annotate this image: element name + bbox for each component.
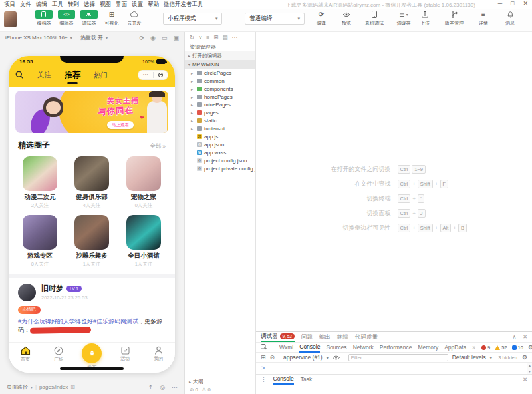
share-icon[interactable]: ↥ <box>148 384 154 391</box>
record-icon[interactable]: ◉ <box>150 35 156 41</box>
float-window-icon[interactable]: ▣ <box>173 35 179 41</box>
menu-item[interactable]: 选择 <box>84 1 95 9</box>
tree-item[interactable]: {} project.config.json <box>185 156 255 164</box>
more-icon[interactable]: ⋯ <box>172 384 178 391</box>
menu-item[interactable]: 转到 <box>68 1 79 9</box>
close-panel-icon[interactable]: ✕ <box>523 334 527 340</box>
compile-button[interactable]: ⟳ 编译 <box>311 10 331 27</box>
refresh-icon[interactable]: ↻ <box>190 34 194 41</box>
tree-item[interactable]: ▸ components <box>185 85 255 93</box>
tree-item[interactable]: {} app.json <box>185 140 255 148</box>
inspect-icon[interactable]: ◎ <box>160 384 165 391</box>
devtools-tab[interactable]: Console <box>299 342 320 353</box>
maximize-button[interactable]: □ <box>511 0 514 7</box>
screenshot-icon[interactable]: ▭ <box>162 35 168 41</box>
console-scrollbar[interactable]: ▲▼ <box>527 363 532 374</box>
messages-button[interactable]: 消息 <box>500 10 520 27</box>
tree-item[interactable]: JS app.js <box>185 132 255 140</box>
close-button[interactable]: ✕ <box>523 0 528 7</box>
menu-item[interactable]: 微信开发者工具 <box>164 1 203 9</box>
console-output[interactable]: > ▲▼ <box>256 363 532 374</box>
hot-reload-toggle[interactable]: 热重载 开 <box>80 34 103 41</box>
inspect-element-icon[interactable] <box>261 344 267 351</box>
collapse-icon[interactable]: ∨ <box>198 34 202 41</box>
user-avatar[interactable] <box>4 11 17 27</box>
error-count[interactable]: 9 <box>481 345 490 351</box>
tree-item[interactable]: ▸ circlePages <box>185 69 255 77</box>
circle-item[interactable]: 游戏专区 0人关注 <box>14 215 66 268</box>
warning-count[interactable]: 52 <box>495 345 507 351</box>
device-select[interactable]: iPhone XS Max 100% 16+ <box>5 35 68 41</box>
minimize-button[interactable]: ─ <box>498 0 502 7</box>
debugger-panel-tab[interactable]: 终端 <box>337 332 348 342</box>
path-mode-select[interactable]: 页面路径 <box>7 383 28 391</box>
more-icon[interactable]: ••• <box>143 73 148 77</box>
tabbar-profile[interactable]: 我的 <box>142 346 175 362</box>
more-icon[interactable]: ⋯ <box>231 34 237 41</box>
project-root[interactable]: ▾ MP-WEIXIN <box>185 60 255 69</box>
real-device-debug-button[interactable]: 真机调试 <box>362 10 387 27</box>
post-avatar[interactable] <box>18 284 36 301</box>
exit-target-icon[interactable] <box>158 73 163 77</box>
tree-item[interactable]: {} project.private.config.js… <box>185 164 255 172</box>
mood-topic-badge[interactable]: 心情吧 <box>18 306 41 314</box>
version-control-button[interactable]: 版本管理 <box>442 10 467 27</box>
menu-item[interactable]: 工具 <box>52 1 63 9</box>
menu-item[interactable]: 帮助 <box>148 1 159 9</box>
cloud-dev-button[interactable]: 云开发 <box>124 10 144 27</box>
panel-icon[interactable]: ▤ <box>222 34 227 41</box>
clear-cache-button[interactable]: ≣▾ 清缓存 <box>392 10 415 27</box>
tabbar-home[interactable]: 首页 <box>9 346 42 363</box>
tree-item[interactable]: ▸ pages <box>185 108 255 116</box>
problems-status[interactable]: ⊘ 0 ⚠ 0 <box>185 385 255 394</box>
simulator-toggle[interactable]: 模拟器 <box>34 10 54 27</box>
circle-item[interactable]: 全日小酒馆 1人关注 <box>118 215 170 268</box>
tree-item[interactable]: ▸ homePages <box>185 93 255 100</box>
devtools-tab[interactable]: Network <box>353 342 374 353</box>
details-button[interactable]: ≡ 详情 <box>473 10 493 27</box>
more-icon[interactable]: ⋯ <box>245 44 251 50</box>
debugger-panel-tab[interactable]: 输出 <box>319 332 331 342</box>
post-hashtag-link[interactable]: #为什么玩得好的人学得也好#佳乐源码网测试 <box>18 318 138 325</box>
devtools-settings-icon[interactable]: ⚙ <box>528 344 532 351</box>
tree-item[interactable]: ▸ minePages <box>185 100 255 108</box>
menu-item[interactable]: 文件 <box>20 1 31 9</box>
js-context-select[interactable]: appservice (#1) <box>283 354 323 361</box>
preview-button[interactable]: 预览 <box>336 10 356 27</box>
info-count[interactable]: 10 <box>512 345 523 351</box>
tabbar-plaza[interactable]: 广场 <box>42 346 75 363</box>
post-author[interactable]: 旧时梦 <box>41 284 63 294</box>
mode-select[interactable]: 小程序模式 ▾ <box>163 13 223 25</box>
circle-item[interactable]: 动漫二次元 2人关注 <box>14 156 66 209</box>
visualization-button[interactable]: ⊞ 可视化 <box>102 10 122 27</box>
debugger-toggle[interactable]: 调试器 <box>79 10 99 27</box>
eye-create-expression-icon[interactable] <box>332 355 340 360</box>
outline-section[interactable]: ▸ 大纲 <box>185 377 255 385</box>
menu-item[interactable]: 界面 <box>116 1 127 9</box>
console-settings-icon[interactable]: ⚙ <box>522 354 527 361</box>
tree-item[interactable]: ▸ tuniao-ui <box>185 124 255 132</box>
copy-icon[interactable]: ⊞ <box>70 384 75 390</box>
tree-item[interactable]: W app.wxss <box>185 148 255 156</box>
devtools-tab[interactable]: Performance <box>380 342 412 353</box>
debugger-panel-tab[interactable]: 代码质量 <box>355 332 378 342</box>
rotate-icon[interactable]: ⟳ <box>140 35 145 41</box>
new-file-icon[interactable]: ⊞ <box>213 34 218 41</box>
collapse-panel-icon[interactable]: ∧ <box>512 334 516 340</box>
log-levels-select[interactable]: Default levels <box>452 354 486 361</box>
tabbar-activity[interactable]: 活动 <box>108 346 142 362</box>
tree-item[interactable]: ▸ common <box>185 77 255 85</box>
promo-banner[interactable]: 美女主播 与你同在 ❤ 马上观看 <box>15 91 168 133</box>
compile-mode-select[interactable]: 普通编译 ▾ <box>245 13 305 25</box>
drawer-kebab-icon[interactable]: ⋮ <box>261 376 267 383</box>
drawer-tab[interactable]: Console <box>273 375 294 385</box>
circle-item[interactable]: 沙雕乐趣多 1人关注 <box>66 215 118 268</box>
circle-item[interactable]: 宠物之家 0人关注 <box>118 156 170 209</box>
upload-button[interactable]: 上传 <box>415 10 435 27</box>
clear-console-icon[interactable]: ⊘ <box>270 354 275 361</box>
debugger-panel-tab[interactable]: 调试器 9, 52 <box>261 332 295 342</box>
debugger-panel-tab[interactable]: 问题 <box>301 332 313 342</box>
search-icon[interactable] <box>15 71 24 79</box>
feed-tab[interactable]: 推荐 <box>65 69 80 81</box>
more-tabs-icon[interactable]: » <box>472 344 475 351</box>
